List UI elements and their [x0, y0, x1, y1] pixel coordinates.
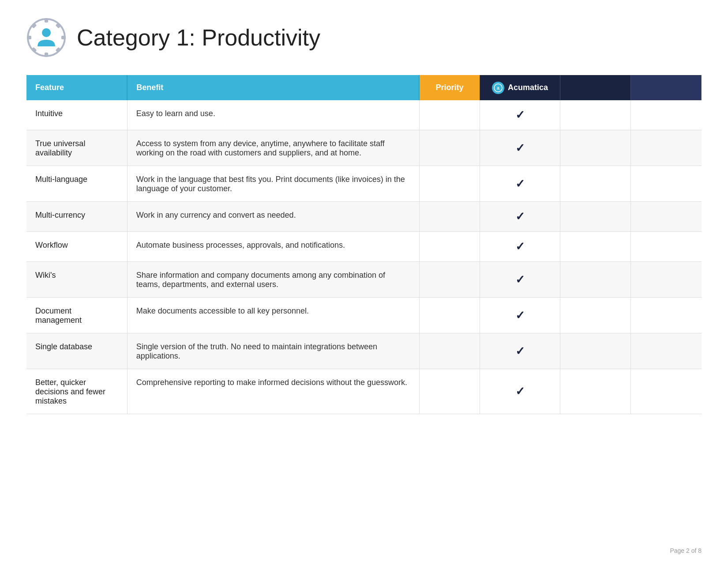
check-icon: ✓ [515, 309, 525, 322]
cell-acumatica: ✓ [480, 130, 560, 166]
cell-benefit: Easy to learn and use. [127, 100, 419, 130]
cell-acumatica: ✓ [480, 232, 560, 262]
check-icon: ✓ [515, 141, 525, 155]
page-info: Page 2 of 8 [670, 547, 702, 554]
cell-priority [419, 298, 480, 333]
cell-vendor2 [560, 100, 631, 130]
svg-rect-4 [61, 36, 66, 39]
check-icon: ✓ [515, 177, 525, 190]
cell-acumatica: ✓ [480, 262, 560, 298]
comparison-table: Feature Benefit Priority a [26, 75, 702, 414]
svg-rect-5 [31, 23, 37, 29]
col-header-feature: Feature [26, 75, 127, 100]
cell-vendor3 [631, 232, 702, 262]
cell-priority [419, 333, 480, 369]
cell-feature: Wiki's [26, 262, 127, 298]
table-row: Multi-currencyWork in any currency and c… [26, 202, 702, 232]
col-header-acumatica: a Acumatica [480, 75, 560, 100]
acumatica-logo-icon: a [492, 82, 504, 94]
cell-priority [419, 100, 480, 130]
cell-feature: True universal availability [26, 130, 127, 166]
table-row: True universal availabilityAccess to sys… [26, 130, 702, 166]
cell-acumatica: ✓ [480, 333, 560, 369]
table-row: Better, quicker decisions and fewer mist… [26, 369, 702, 414]
cell-vendor2 [560, 369, 631, 414]
cell-vendor2 [560, 333, 631, 369]
cell-vendor3 [631, 130, 702, 166]
cell-acumatica: ✓ [480, 166, 560, 202]
cell-feature: Document management [26, 298, 127, 333]
table-row: Multi-languageWork in the language that … [26, 166, 702, 202]
cell-vendor2 [560, 202, 631, 232]
cell-feature: Multi-currency [26, 202, 127, 232]
svg-rect-8 [56, 47, 61, 53]
col-header-priority: Priority [419, 75, 480, 100]
cell-benefit: Single version of the truth. No need to … [127, 333, 419, 369]
cell-priority [419, 166, 480, 202]
cell-benefit: Comprehensive reporting to make informed… [127, 369, 419, 414]
cell-benefit: Automate business processes, approvals, … [127, 232, 419, 262]
acumatica-label: Acumatica [508, 83, 548, 92]
cell-benefit: Make documents accessible to all key per… [127, 298, 419, 333]
page-header: Category 1: Productivity [0, 0, 728, 71]
cell-acumatica: ✓ [480, 202, 560, 232]
table-header-row: Feature Benefit Priority a [26, 75, 702, 100]
col-header-vendor3 [631, 75, 702, 100]
cell-feature: Workflow [26, 232, 127, 262]
cell-priority [419, 262, 480, 298]
check-icon: ✓ [515, 108, 525, 121]
cell-feature: Single database [26, 333, 127, 369]
productivity-icon [26, 18, 66, 57]
cell-acumatica: ✓ [480, 298, 560, 333]
cell-vendor3 [631, 333, 702, 369]
check-icon: ✓ [515, 240, 525, 253]
check-icon: ✓ [515, 385, 525, 398]
cell-acumatica: ✓ [480, 100, 560, 130]
cell-priority [419, 232, 480, 262]
check-icon: ✓ [515, 273, 525, 286]
check-icon: ✓ [515, 210, 525, 223]
cell-priority [419, 369, 480, 414]
cell-priority [419, 202, 480, 232]
svg-rect-3 [27, 36, 31, 39]
cell-feature: Multi-language [26, 166, 127, 202]
table-row: WorkflowAutomate business processes, app… [26, 232, 702, 262]
cell-vendor2 [560, 166, 631, 202]
cell-benefit: Access to system from any device, anytim… [127, 130, 419, 166]
acumatica-logo: a Acumatica [487, 82, 553, 94]
cell-vendor2 [560, 262, 631, 298]
check-icon: ✓ [515, 344, 525, 358]
cell-vendor3 [631, 369, 702, 414]
comparison-table-container: Feature Benefit Priority a [26, 75, 702, 414]
cell-vendor3 [631, 262, 702, 298]
svg-rect-2 [45, 53, 48, 57]
page-title: Category 1: Productivity [77, 24, 320, 51]
cell-feature: Intuitive [26, 100, 127, 130]
cell-vendor3 [631, 166, 702, 202]
cell-vendor3 [631, 100, 702, 130]
table-row: Document managementMake documents access… [26, 298, 702, 333]
cell-feature: Better, quicker decisions and fewer mist… [26, 369, 127, 414]
cell-priority [419, 130, 480, 166]
cell-vendor2 [560, 130, 631, 166]
svg-rect-1 [45, 18, 48, 23]
svg-rect-6 [56, 23, 61, 29]
page-footer: Page 2 of 8 [670, 547, 702, 554]
cell-vendor2 [560, 232, 631, 262]
cell-vendor2 [560, 298, 631, 333]
cell-benefit: Work in the language that best fits you.… [127, 166, 419, 202]
cell-acumatica: ✓ [480, 369, 560, 414]
col-header-benefit: Benefit [127, 75, 419, 100]
table-body: IntuitiveEasy to learn and use.✓True uni… [26, 100, 702, 414]
cell-benefit: Work in any currency and convert as need… [127, 202, 419, 232]
table-row: IntuitiveEasy to learn and use.✓ [26, 100, 702, 130]
svg-text:a: a [497, 86, 499, 91]
col-header-vendor2 [560, 75, 631, 100]
table-row: Single databaseSingle version of the tru… [26, 333, 702, 369]
svg-point-9 [42, 28, 51, 37]
cell-benefit: Share information and company documents … [127, 262, 419, 298]
cell-vendor3 [631, 202, 702, 232]
cell-vendor3 [631, 298, 702, 333]
table-row: Wiki'sShare information and company docu… [26, 262, 702, 298]
